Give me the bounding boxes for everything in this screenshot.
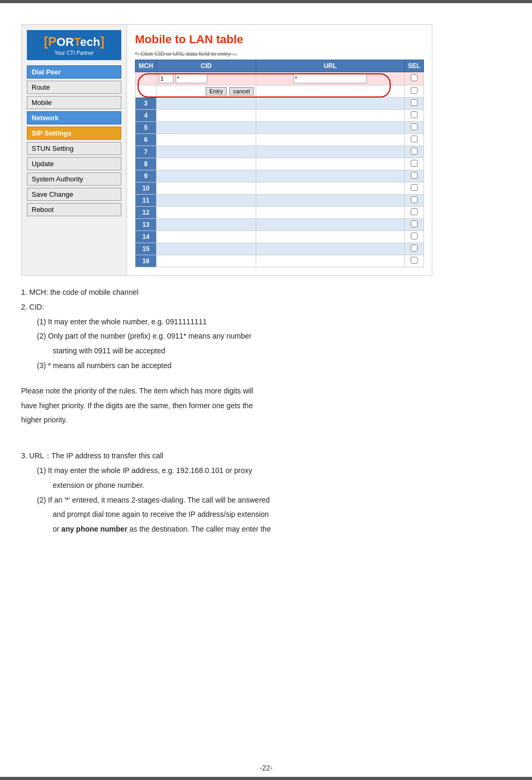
sel-checkbox[interactable]	[411, 123, 418, 130]
sel-checkbox[interactable]	[411, 196, 418, 203]
url-cell	[256, 110, 404, 122]
sel-checkbox[interactable]	[411, 87, 418, 94]
sel-checkbox[interactable]	[411, 172, 418, 179]
desc-cid-item2: (2) Only part of the number (prefix) e.g…	[21, 330, 432, 343]
sidebar-item-sip-settings[interactable]: SIP Settings	[27, 127, 121, 140]
sel-cell	[404, 243, 423, 255]
sidebar-link-dial-peer[interactable]: Dial Peer	[27, 65, 121, 79]
logo-area: [PORTech] Your CTI Partner	[27, 30, 121, 60]
sel-checkbox[interactable]	[411, 233, 418, 239]
sidebar-item-network[interactable]: Network	[27, 111, 121, 124]
mch-cell: 6	[136, 134, 157, 146]
url-cell	[256, 182, 404, 195]
sidebar-link-stun-setting[interactable]: STUN Setting	[27, 142, 121, 155]
sidebar-link-route[interactable]: Route	[27, 81, 121, 94]
table-row: 9	[136, 170, 424, 182]
mch-cell: 5	[136, 122, 157, 134]
sel-checkbox[interactable]	[411, 74, 418, 81]
sel-cell	[404, 122, 423, 134]
sidebar-item-reboot[interactable]: Reboot	[27, 203, 121, 216]
logo-text: PORTech	[48, 35, 100, 49]
page-title: Mobile to LAN table	[135, 33, 424, 46]
desc-url-item2: (2) If an '*' entered, it means 2-stages…	[21, 494, 432, 507]
sel-checkbox[interactable]	[411, 184, 418, 191]
sidebar-link-sip-settings[interactable]: SIP Settings	[27, 127, 121, 140]
cid-cell	[157, 146, 256, 158]
sidebar-link-reboot[interactable]: Reboot	[27, 203, 121, 216]
cid-cell	[157, 195, 256, 207]
sel-cell	[404, 134, 423, 146]
cid-input[interactable]	[176, 74, 207, 83]
table-row: 16	[136, 255, 424, 267]
sidebar-link-network[interactable]: Network	[27, 111, 121, 124]
url-cell	[256, 231, 404, 243]
sidebar-item-dial-peer[interactable]: Dial Peer	[27, 65, 121, 79]
sel-cell	[404, 110, 423, 122]
table-row: 4	[136, 110, 424, 122]
mch-cell: 10	[136, 182, 157, 195]
sel-checkbox[interactable]	[411, 257, 418, 264]
table-row: 6	[136, 134, 424, 146]
mch-cell: 4	[136, 110, 157, 122]
desc-mch-heading: 1. MCH: the code of mobile channel	[21, 286, 432, 299]
sidebar-link-system-authority[interactable]: System Authority	[27, 172, 121, 186]
sidebar-link-update[interactable]: Update	[27, 157, 121, 170]
table-row: 13	[136, 219, 424, 231]
logo-bracket-right: ]	[100, 34, 104, 49]
desc-url-item1: (1) It may enter the whole IP address, e…	[21, 465, 432, 477]
sel-cell	[404, 98, 423, 110]
sidebar-link-mobile[interactable]: Mobile	[27, 96, 121, 109]
sidebar-item-route[interactable]: Route	[27, 81, 121, 94]
sel-checkbox[interactable]	[411, 208, 418, 215]
sel-checkbox[interactable]	[411, 148, 418, 155]
sel-checkbox[interactable]	[411, 111, 418, 118]
mch-cell: 11	[136, 195, 157, 207]
desc-url-heading: 3. URL：The IP address to transfer this c…	[21, 450, 432, 463]
table-row: 15	[136, 243, 424, 255]
sel-checkbox[interactable]	[411, 99, 418, 106]
desc-note3: higher priority.	[21, 414, 432, 427]
sel-cell	[404, 195, 423, 207]
cid-cell-edit	[157, 72, 256, 85]
sel-checkbox[interactable]	[411, 220, 418, 227]
sel-checkbox[interactable]	[411, 136, 418, 142]
url-cell	[256, 134, 404, 146]
cid-cell	[157, 122, 256, 134]
desc-cid-item2-cont: starting with 0911 will be accepted	[21, 345, 432, 358]
entry-button[interactable]: Entry	[206, 87, 227, 95]
mch-cell: 14	[136, 231, 157, 243]
table-row: 12	[136, 207, 424, 219]
sidebar-item-mobile[interactable]: Mobile	[27, 96, 121, 109]
sidebar-link-save-change[interactable]: Save Change	[27, 188, 121, 201]
mch-cell: 9	[136, 170, 157, 182]
hint-text: *: Click CID or URL data field to entry …	[135, 51, 424, 57]
sidebar-item-save-change[interactable]: Save Change	[27, 188, 121, 201]
desc-cid-item3: (3) * means all numbers can be accepted	[21, 360, 432, 372]
cancel-button[interactable]: cancel	[229, 87, 254, 95]
url-cell	[256, 158, 404, 170]
cid-cell	[157, 219, 256, 231]
cid-number-input[interactable]	[159, 74, 173, 83]
logo-bracket-left: [	[44, 34, 48, 49]
sel-cell	[404, 231, 423, 243]
sidebar-item-system-authority[interactable]: System Authority	[27, 172, 121, 186]
table-wrapper: MCH CID URL SEL 1	[135, 60, 424, 267]
url-input[interactable]	[293, 74, 367, 83]
url-cell	[256, 243, 404, 255]
description-section: 1. MCH: the code of mobile channel 2. CI…	[21, 286, 432, 536]
cid-cell	[157, 182, 256, 195]
desc-cid-item1: (1) It may enter the whole number, e.g. …	[21, 316, 432, 329]
mch-cell: 16	[136, 255, 157, 267]
table-row: 11	[136, 195, 424, 207]
mch-cell: 8	[136, 158, 157, 170]
sidebar-item-update[interactable]: Update	[27, 157, 121, 170]
desc-url-item1-cont: extension or phone number.	[21, 479, 432, 492]
sel-checkbox[interactable]	[411, 160, 418, 167]
cid-cell-entry: Entry cancel	[157, 85, 256, 98]
table-row: 8	[136, 158, 424, 170]
table-row: 2 Entry cancel	[136, 85, 424, 98]
sel-checkbox[interactable]	[411, 245, 418, 252]
sidebar-item-stun-setting[interactable]: STUN Setting	[27, 142, 121, 155]
desc-url-item2-cont: and prompt dial tone again to receive th…	[21, 508, 432, 521]
cid-cell	[157, 243, 256, 255]
